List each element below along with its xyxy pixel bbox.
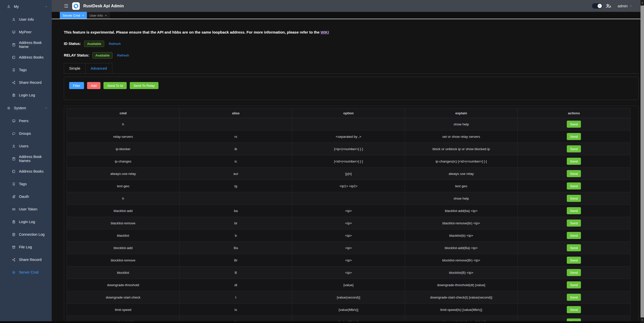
send-button[interactable]: Send — [567, 145, 581, 152]
sidebar-section-system[interactable]: System — [0, 101, 52, 115]
tab-server-cmd[interactable]: Server Cmd× — [60, 12, 87, 19]
dark-mode-toggle[interactable]: ☾ — [592, 3, 602, 9]
sidebar-item-user-info[interactable]: User Info — [0, 13, 52, 26]
col-cmd: cmd — [67, 108, 180, 118]
send-button[interactable]: Send — [567, 244, 581, 251]
table-cell-actions: Send — [518, 205, 630, 217]
sidebar-item-tags[interactable]: Tags — [0, 178, 52, 190]
scrollbar-thumb[interactable] — [640, 6, 644, 317]
send-button[interactable]: Send — [567, 195, 581, 202]
table-cell: <ip> — [292, 242, 405, 254]
sidebar-item-address-books[interactable]: Address Books — [0, 51, 52, 64]
relay-refresh-link[interactable]: Refresh — [117, 53, 129, 57]
close-icon[interactable]: × — [105, 14, 107, 17]
tab-advanced[interactable]: Advanced — [86, 63, 112, 73]
sidebar-item-login-log[interactable]: Login Log — [0, 216, 52, 228]
chat-icon — [12, 132, 16, 136]
filter-button[interactable]: Filter — [69, 82, 84, 89]
send-button[interactable]: Send — [567, 306, 581, 313]
paperclip-icon — [12, 195, 16, 199]
table-cell: blocklist-add(Ba) <ip> — [405, 242, 518, 254]
table-cell — [179, 192, 292, 205]
sidebar-item-file-log[interactable]: File Log — [0, 241, 52, 253]
monitor-icon — [12, 30, 16, 34]
sidebar-item-label: Tags — [19, 68, 27, 72]
send-button[interactable]: Send — [567, 257, 581, 264]
sidebar-item-address-book-names[interactable]: Address Book Names — [0, 152, 52, 165]
user-name: admin — [618, 4, 628, 8]
vertical-scrollbar[interactable]: ▲ ▼ — [640, 0, 644, 323]
sidebar-item-connection-log[interactable]: Connection Log — [0, 228, 52, 241]
send-button[interactable]: Send — [567, 220, 581, 227]
sidebar-item-oauth[interactable]: Oauth — [0, 190, 52, 203]
send-to-relay-button[interactable]: Send To Relay — [130, 82, 158, 89]
table-cell: aur — [179, 168, 292, 180]
send-button[interactable]: Send — [567, 182, 581, 190]
fold-menu-icon[interactable] — [64, 4, 69, 8]
send-button[interactable]: Send — [567, 121, 581, 128]
sidebar-item-label: Tags — [19, 182, 27, 186]
user-menu[interactable]: admin — [618, 4, 633, 8]
notebook-icon — [12, 170, 16, 173]
table-cell: h — [67, 192, 180, 205]
send-button[interactable]: Send — [567, 294, 581, 301]
table-cell-actions: Send — [518, 229, 630, 242]
clipboard-icon — [12, 93, 16, 97]
table-row: always-use-relayaur[y|n]always use relay… — [67, 168, 630, 180]
sidebar-item-server-cmd[interactable]: Server Cmd — [0, 266, 52, 279]
sidebar-item-login-log[interactable]: Login Log — [0, 89, 52, 101]
table-cell: blocklist(B) <ip> — [405, 266, 518, 279]
scroll-up-icon[interactable]: ▲ — [640, 0, 644, 6]
wiki-link[interactable]: WIKI — [320, 30, 329, 34]
sidebar-item-tags[interactable]: Tags — [0, 64, 52, 76]
notebook-icon — [12, 56, 16, 59]
tab-user-info[interactable]: User Info× — [87, 12, 110, 19]
sidebar-item-user-token[interactable]: User Token — [0, 203, 52, 216]
main-area: RustDesk Api Admin ☾ 文A admin Server Cmd… — [52, 0, 644, 323]
send-button[interactable]: Send — [567, 170, 581, 177]
tab-bar: Server Cmd×User Info× — [52, 12, 644, 19]
table-cell: [<id>|<number>] [-] — [292, 155, 405, 168]
table-cell: limit-speed(ls) [value(Mb/s)] — [405, 304, 518, 316]
sidebar-item-share-record[interactable]: Share Record — [0, 253, 52, 266]
sidebar-item-peers[interactable]: Peers — [0, 115, 52, 127]
close-icon[interactable]: × — [82, 14, 84, 17]
send-button[interactable]: Send — [567, 158, 581, 165]
translate-icon[interactable]: 文A — [606, 4, 611, 8]
section-label: My — [14, 5, 19, 9]
table-cell: Ba — [179, 242, 292, 254]
relay-status-row: RELAY Status: Available Refresh — [64, 52, 639, 59]
table-cell-actions: Send — [518, 217, 630, 229]
id-refresh-link[interactable]: Refresh — [109, 42, 121, 46]
table-row: blocklistB<ip>blocklist(B) <ip>Send — [67, 266, 630, 279]
id-status-label: ID Status: — [64, 42, 81, 46]
send-to-id-button[interactable]: Send To Id — [103, 82, 127, 89]
col-option: option — [292, 108, 405, 118]
table-cell-actions: Send — [518, 180, 630, 192]
table-cell-actions: Send — [518, 304, 630, 316]
sidebar-item-mypeer[interactable]: MyPeer — [0, 26, 52, 38]
sidebar-item-share-record[interactable]: Share Record — [0, 76, 52, 89]
share-icon — [12, 258, 16, 262]
table-row: relay-serversrs<separated by ,>set or sh… — [67, 130, 630, 143]
send-button[interactable]: Send — [567, 269, 581, 276]
sidebar-item-address-book-name[interactable]: Address Book Name — [0, 38, 52, 51]
tab-simple[interactable]: Simple — [64, 63, 86, 73]
sidebar-item-label: Address Book Names — [19, 155, 52, 163]
send-button[interactable]: Send — [567, 281, 581, 288]
table-cell: relay-servers — [67, 130, 180, 143]
sidebar-item-groups[interactable]: Groups — [0, 127, 52, 140]
table-row: blacklist-removebr<ip>blacklist-remove(b… — [67, 217, 630, 229]
send-button[interactable]: Send — [567, 232, 581, 239]
user-icon — [12, 18, 16, 21]
tab-label: User Info — [90, 14, 103, 17]
sidebar-item-users[interactable]: Users — [0, 140, 52, 152]
add-button[interactable]: Add — [87, 82, 100, 89]
sidebar-item-address-books[interactable]: Address Books — [0, 165, 52, 178]
scroll-down-icon[interactable]: ▼ — [640, 317, 644, 323]
table-cell: blacklist-add(ba) <ip> — [405, 205, 518, 217]
send-button[interactable]: Send — [567, 133, 581, 140]
table-cell: [value(second)] — [292, 291, 405, 304]
send-button[interactable]: Send — [567, 207, 581, 214]
sidebar-section-my[interactable]: My — [0, 0, 52, 13]
